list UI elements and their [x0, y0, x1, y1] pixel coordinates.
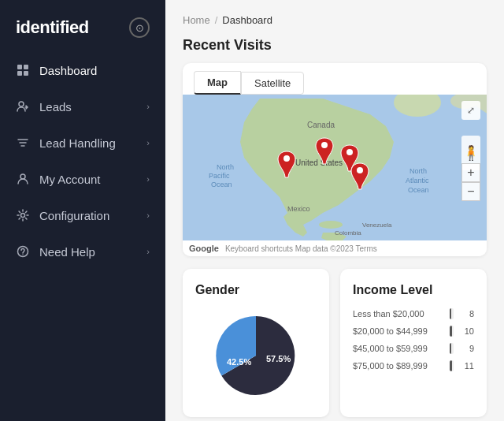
- map-zoom-out[interactable]: −: [461, 182, 480, 201]
- chevron-right-icon: ›: [146, 102, 150, 111]
- my-account-icon: [16, 172, 30, 186]
- income-card: Income Level Less than $20,000 8 $20,000…: [340, 269, 487, 417]
- svg-rect-0: [17, 65, 22, 69]
- income-bar-wrap-0: [450, 308, 454, 319]
- bottom-row: Gender 57.5% 42.5%: [183, 269, 487, 417]
- svg-text:Ocean: Ocean: [408, 186, 429, 194]
- income-row: Less than $20,000 8: [353, 308, 474, 319]
- svg-point-24: [284, 155, 290, 162]
- svg-point-27: [357, 167, 363, 173]
- map-footer-links[interactable]: Keyboard shortcuts Map data ©2023 Terms: [225, 244, 377, 253]
- svg-text:Pacific: Pacific: [209, 172, 230, 180]
- tab-satellite[interactable]: Satellite: [241, 72, 304, 95]
- map-footer: Google Keyboard shortcuts Map data ©2023…: [183, 240, 487, 256]
- sidebar-item-dashboard[interactable]: Dashboard: [0, 52, 165, 88]
- gender-card-title: Gender: [195, 283, 317, 297]
- dashboard-icon: [16, 63, 30, 77]
- google-logo: Google: [189, 244, 219, 253]
- logo-icon[interactable]: ⊙: [129, 17, 150, 38]
- sidebar-item-need-help[interactable]: Need Help ›: [0, 233, 165, 270]
- chevron-right-icon: ›: [146, 138, 150, 147]
- income-bar-1: [450, 326, 452, 337]
- sidebar-item-label: Leads: [39, 100, 72, 114]
- chevron-right-icon: ›: [146, 247, 150, 256]
- chevron-right-icon: ›: [146, 174, 150, 184]
- svg-point-5: [20, 174, 25, 179]
- income-card-title: Income Level: [353, 283, 474, 297]
- sidebar-item-configuration[interactable]: Configuration ›: [0, 197, 165, 233]
- income-value-2: 9: [460, 344, 474, 353]
- breadcrumb-home[interactable]: Home: [183, 14, 210, 26]
- income-bar-wrap-1: [450, 326, 454, 337]
- svg-point-6: [21, 214, 25, 218]
- income-row: $45,000 to $59,999 9: [353, 343, 474, 354]
- map-expand-button[interactable]: ⤢: [461, 101, 480, 120]
- svg-text:Venezuela: Venezuela: [362, 222, 392, 229]
- svg-point-11: [319, 221, 343, 229]
- svg-point-8: [22, 254, 23, 255]
- svg-point-26: [346, 149, 353, 155]
- leads-icon: [16, 99, 30, 114]
- svg-text:Mexico: Mexico: [287, 205, 310, 213]
- section-title-recent-visits: Recent Visits: [183, 37, 487, 54]
- income-value-1: 10: [460, 326, 474, 336]
- need-help-icon: [16, 244, 30, 259]
- lead-handling-icon: [16, 136, 30, 150]
- tab-map[interactable]: Map: [194, 71, 241, 95]
- sidebar-item-my-account[interactable]: My Account ›: [0, 161, 165, 197]
- svg-text:57.5%: 57.5%: [266, 354, 291, 363]
- svg-text:North: North: [217, 163, 234, 171]
- sidebar-item-label: My Account: [39, 173, 101, 186]
- income-value-3: 11: [460, 361, 474, 371]
- svg-text:United States: United States: [295, 158, 343, 167]
- map-tabs: Map Satellite: [183, 63, 487, 95]
- svg-text:Colombia: Colombia: [335, 229, 361, 237]
- income-value-0: 8: [460, 309, 474, 319]
- svg-text:Canada: Canada: [307, 121, 335, 129]
- configuration-icon: [16, 208, 30, 222]
- svg-text:Atlantic: Atlantic: [406, 177, 429, 184]
- svg-point-4: [19, 102, 24, 106]
- sidebar-item-label: Configuration: [39, 209, 109, 222]
- svg-rect-1: [24, 65, 28, 69]
- gender-card: Gender 57.5% 42.5%: [183, 269, 329, 417]
- income-bar-wrap-3: [450, 360, 454, 371]
- sidebar: identified ⊙ Dashboard: [0, 0, 165, 421]
- svg-text:North: North: [410, 167, 427, 175]
- income-bar-2: [450, 343, 451, 354]
- map-view[interactable]: North Pacific Ocean North Atlantic Ocean…: [183, 95, 487, 240]
- main-content: Home / Dashboard Recent Visits Map Satel…: [165, 0, 504, 421]
- map-zoom-in[interactable]: +: [461, 163, 480, 182]
- income-bar-wrap-2: [450, 343, 454, 354]
- svg-point-25: [321, 142, 328, 148]
- sidebar-item-label: Lead Handling: [39, 136, 116, 150]
- sidebar-header: identified ⊙: [0, 0, 165, 52]
- sidebar-item-label: Need Help: [39, 245, 95, 259]
- sidebar-item-lead-handling[interactable]: Lead Handling ›: [0, 125, 165, 161]
- income-row: $20,000 to $44,999 10: [353, 326, 474, 337]
- svg-text:Ocean: Ocean: [211, 181, 232, 188]
- income-label-1: $20,000 to $44,999: [353, 326, 443, 336]
- map-card: Map Satellite: [183, 63, 487, 256]
- sidebar-item-label: Dashboard: [39, 64, 97, 77]
- svg-text:42.5%: 42.5%: [227, 357, 251, 367]
- income-bar-3: [450, 360, 452, 371]
- income-label-3: $75,000 to $89,999: [353, 361, 443, 371]
- sidebar-item-leads[interactable]: Leads ›: [0, 88, 165, 125]
- map-zoom-controls: + −: [461, 163, 480, 201]
- svg-rect-2: [17, 71, 22, 76]
- breadcrumb-current: Dashboard: [222, 14, 272, 26]
- chevron-right-icon: ›: [146, 210, 150, 220]
- income-label-2: $45,000 to $59,999: [353, 344, 443, 353]
- income-label-0: Less than $20,000: [353, 309, 443, 319]
- svg-rect-3: [24, 71, 28, 76]
- breadcrumb-separator: /: [215, 14, 218, 26]
- income-row: $75,000 to $89,999 11: [353, 360, 474, 371]
- breadcrumb: Home / Dashboard: [183, 14, 487, 26]
- income-bar-0: [450, 308, 451, 319]
- pie-chart: 57.5% 42.5%: [195, 308, 317, 403]
- app-name: identified: [16, 17, 89, 38]
